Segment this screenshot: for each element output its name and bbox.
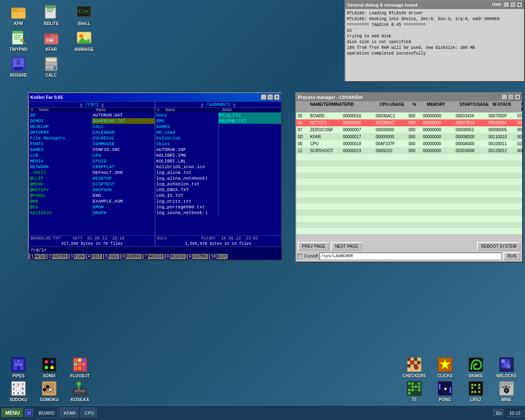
fm-maximize-btn[interactable]: □ [267,94,273,100]
fm-file-develop[interactable]: DEVELOP [29,124,92,130]
debug-maximize-btn[interactable]: □ [510,2,516,8]
fm-shortcut-5[interactable]: 5Copy [103,254,119,259]
fm-file-calendar[interactable]: CALENDAR [92,130,155,135]
icon-kosilka[interactable]: KOSILKA [66,380,94,402]
icon-life2[interactable]: LIFE2 [461,380,490,402]
icon-pong[interactable]: PONG [431,380,459,402]
fm-file-ss[interactable]: @SS [29,204,92,210]
fm-file-calc[interactable]: CALC [92,124,155,130]
fm-r-log-alina[interactable]: log_alina.txt [155,170,218,176]
process-row-scrshoot[interactable]: 12 SCRSHOOT 00000019 006501D 000 0000000… [296,147,522,154]
fm-r-kolibriimg[interactable]: KOLIBRI.IMG [155,153,218,158]
icon-floodit[interactable]: FLOOD-IT [66,356,94,378]
fm-r-mtld[interactable]: MTLD_F32 [219,112,281,118]
icon-rosave[interactable]: ROSAVE [4,56,33,78]
fm-file-demos[interactable]: DEMOS [29,118,92,124]
fm-file-notify[interactable]: @NOTIFY [29,187,92,193]
fm-file-graph[interactable]: GRAPH [92,210,155,216]
process-row-board[interactable]: 05 BOARD 00000016 00036AC1 000 00000000 … [296,112,522,119]
process-row-netcfg[interactable]: 06 NETCFG 00000006 9520900C 099 00000000… [296,119,522,126]
icon-mine[interactable]: MINE [492,380,521,402]
run-btn[interactable]: RUN [503,252,520,260]
fm-r-games[interactable]: GAMES [155,124,218,130]
fm-file-docpack[interactable]: DOCPACK [92,187,155,193]
fm-r-log-sasha[interactable]: log_sasha_netbook.) [155,210,218,216]
start-button[interactable]: MENU [2,409,23,418]
fm-file-config[interactable]: CONFIG.INC [92,147,155,153]
fm-file-clip[interactable]: @CLIP [29,176,92,181]
fm-file-commouse[interactable]: COMMOUSE [92,141,155,147]
fm-file-filemgr[interactable]: File Managers [29,135,92,141]
fm-file-drivers[interactable]: DRIVERS [29,130,92,135]
icon-kfm[interactable]: KFM [4,4,33,26]
fm-file-example[interactable]: EXAMPLE.ASM [92,199,155,204]
fm-r-emu[interactable]: EMU [155,118,218,124]
process-row-kfar[interactable]: 0D KFAR 00000017 00000000 000 00000000 0… [296,133,522,140]
taskbar-btn-cpu[interactable]: CPU [81,408,98,418]
fm-r-docs[interactable]: Docs [155,112,218,118]
icon-kfar[interactable]: FAR KFAR [37,30,66,52]
fm-r-log-ash[interactable]: log_ashkelon.txt [155,181,218,187]
fm-close-btn[interactable]: × [274,94,280,100]
debug-minimize-btn[interactable]: _ [504,2,509,8]
process-row-cpu[interactable]: 0E CPU 00000018 00AF237F 000 00000000 00… [296,140,522,147]
taskbar-btn-kfar[interactable]: KFAR [60,408,79,418]
fm-r-kolibrios[interactable]: kolibrios [155,135,218,141]
taskbar-btn-board[interactable]: BOARD [35,408,58,418]
fm-r-skins[interactable]: Skins [155,141,218,147]
fm-file-boardlog[interactable]: BOARDLOG.TXT [92,118,155,124]
icon-animage[interactable]: ANIMAGE [70,30,98,52]
fm-r-log-i5[interactable]: LOG_I5.TXT [155,193,218,199]
fm-file-asciivju[interactable]: ASCIIVJU [29,210,92,216]
icon-clicks[interactable]: CLICKS [431,356,459,378]
icon-checkers[interactable]: CHECKERS [400,356,429,378]
fm-file-cropflat[interactable]: CROPFLAT [92,164,155,170]
prev-page-btn[interactable]: PREV PAGE [298,242,329,251]
fm-file-default-skn[interactable]: DEFAULT.SKN [92,170,155,176]
fm-r-log-alina-nb[interactable]: log_alina_notebook) [155,176,218,181]
fm-file-games[interactable]: GAMES [29,147,92,153]
process-row-zeroconf[interactable]: 07 ZEROCONF 00000007 00000000 000 000000… [296,126,522,133]
reboot-system-btn[interactable]: REBOOT SYSTEM [477,242,520,251]
process-minimize-btn[interactable]: _ [502,94,507,100]
next-page-btn[interactable]: NEXT PAGE [331,242,362,251]
fm-shortcut-8[interactable]: 8Delete [164,254,186,259]
icon-bdlite[interactable]: BDLITE [37,4,66,26]
fm-file-media[interactable]: MEDIA [29,158,92,164]
icon-t5[interactable]: T5 [400,380,429,402]
fm-r-hdload[interactable]: HD_Load [155,130,218,135]
fm-r-log-port[interactable]: log_portege600.txt [155,204,218,210]
fm-file-end[interactable]: END [92,193,155,199]
on-off-checkbox[interactable] [298,254,303,259]
debug-close-btn[interactable]: × [517,2,523,8]
icon-xonix[interactable]: XONIX [35,356,64,378]
icon-pipes[interactable]: PIPES [4,356,33,378]
fm-file-disptest[interactable]: DISPTEST [92,181,155,187]
fm-file-3d[interactable]: 3D [29,112,92,118]
fm-shortcut-3[interactable]: 3View [68,254,85,259]
icon-nblocks[interactable]: NBLOCKS [492,356,521,378]
fm-file-panel[interactable]: @PANEL [29,193,92,199]
fm-r-log-orits[interactable]: log_orits.txt [155,199,218,204]
launcher-input[interactable] [320,253,502,260]
taskbar-icon-1[interactable] [25,409,33,417]
fm-r-autoruninf[interactable]: AUTORUN.INF [155,147,218,153]
fm-r-readme[interactable]: README.TXT [219,118,281,124]
icon-snake[interactable]: SNAKE [461,356,490,378]
fm-shortcut-9[interactable]: 9ConfMn [187,254,208,259]
fm-file-network[interactable]: NETWORK [29,164,92,170]
process-close-btn[interactable]: × [515,94,520,100]
fm-file-menu[interactable]: @MENU [29,181,92,187]
fm-file-rb[interactable]: @RB [29,199,92,204]
icon-gomoku[interactable]: GOMOKU [35,380,64,402]
fm-shortcut-2[interactable]: 2UserMn [46,254,68,259]
fm-file-cpuid[interactable]: CPUID [92,158,155,164]
fm-shortcut-7[interactable]: 7MkFold [142,254,164,259]
fm-r-kolibrilbl[interactable]: KOLIBRI.LBL [155,158,218,164]
fm-shortcut-4[interactable]: 4Edit [86,254,102,259]
fm-file-cpu[interactable]: CPU [92,153,155,158]
process-maximize-btn[interactable]: □ [508,94,514,100]
icon-shell[interactable]: C:\>_ SheLL [70,4,98,26]
fm-file-lib[interactable]: LIB [29,153,92,158]
fm-minimize-btn[interactable]: _ [261,94,267,100]
